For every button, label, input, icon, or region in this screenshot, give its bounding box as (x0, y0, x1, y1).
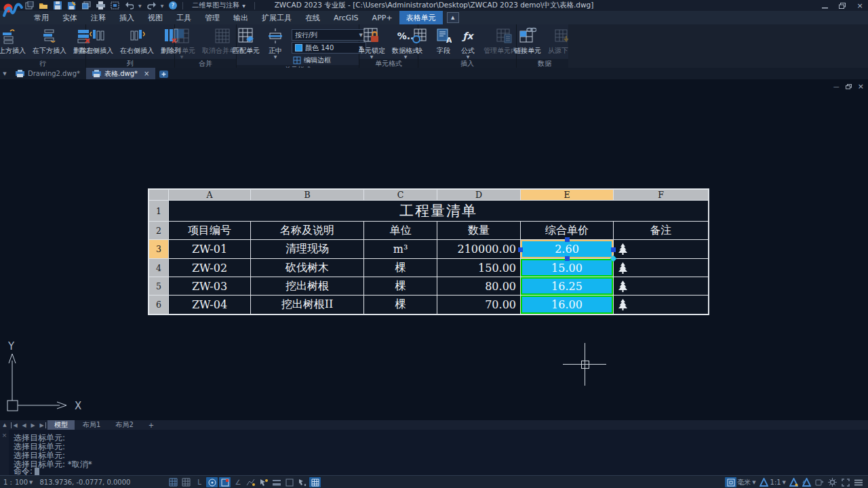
cell-unit[interactable]: 棵 (364, 296, 437, 314)
quick-properties-icon[interactable] (283, 477, 295, 487)
workspace-switch-icon[interactable] (814, 477, 825, 487)
cell-price-selected[interactable]: 16.25 (521, 277, 613, 295)
viewport-scale[interactable]: 100 (15, 479, 28, 486)
restore-button[interactable] (838, 1, 846, 9)
command-window[interactable] (0, 430, 868, 475)
tab-zaixian[interactable]: 在线 (298, 11, 327, 24)
tab-zhushi[interactable]: 注释 (84, 11, 113, 24)
open-file-icon[interactable] (39, 1, 48, 10)
grip-bottom[interactable] (565, 256, 570, 261)
header-cell[interactable]: 名称及说明 (251, 222, 363, 239)
new-doc-tab-button[interactable] (158, 68, 169, 79)
unmerge-cells-button[interactable]: 取消合并单元 (199, 26, 246, 56)
help-icon[interactable]: ? (168, 1, 178, 10)
column-header-f[interactable]: F (614, 190, 708, 200)
close-button[interactable]: × (856, 1, 864, 9)
doc-tab-list-icon[interactable]: ▼ (0, 68, 9, 79)
cell-code[interactable]: ZW-03 (169, 277, 250, 295)
doc-restore-button[interactable] (846, 84, 852, 89)
scale-dropdown-icon[interactable]: ▼ (29, 480, 33, 485)
doc-close-button[interactable]: × (858, 82, 864, 91)
tab-changyong[interactable]: 常用 (27, 11, 56, 24)
redo-icon[interactable] (146, 1, 156, 10)
redo-dropdown-icon[interactable]: ▼ (161, 3, 164, 8)
table-toolbar-icon[interactable] (309, 477, 321, 487)
cell-qty[interactable]: 210000.00 (437, 240, 520, 258)
save-icon[interactable] (53, 1, 62, 10)
unit-label[interactable]: 毫米 (737, 478, 751, 487)
ortho-mode-icon[interactable]: L (193, 477, 205, 487)
save-as-icon[interactable] (67, 1, 77, 10)
cell-unit[interactable]: 棵 (364, 259, 437, 277)
row-header-2[interactable]: 2 (149, 222, 168, 239)
cell-code[interactable]: ZW-01 (169, 240, 250, 258)
cell-code[interactable]: ZW-02 (169, 259, 250, 277)
drawing-units-icon[interactable] (725, 477, 736, 487)
next-layout-icon[interactable]: ▶ (29, 422, 37, 428)
align-middle-center-button[interactable]: 正中 ▼ (263, 26, 288, 59)
insert-column-right-button[interactable]: 在右侧插入 (117, 26, 157, 56)
new-file-icon[interactable] (24, 1, 34, 10)
insert-row-above-button[interactable]: 在上方插入 (0, 26, 29, 56)
header-cell[interactable]: 数量 (437, 222, 520, 239)
table-title-cell[interactable]: 工程量清单 (169, 201, 708, 221)
tab-table-cell[interactable]: 表格单元 (399, 11, 443, 24)
cell-price-selected[interactable]: 16.00 (521, 296, 613, 314)
workspace-selector[interactable]: 二维草图与注释 ▼ (188, 1, 250, 10)
insert-column-left-button[interactable]: 在左侧插入 (76, 26, 117, 56)
object-snap-icon[interactable] (219, 477, 231, 487)
add-layout-button[interactable]: + (142, 420, 161, 430)
tab-layout1[interactable]: 布局1 (76, 420, 107, 430)
row-header-5[interactable]: 5 (149, 277, 168, 295)
cell-qty[interactable]: 150.00 (437, 259, 520, 277)
grid-display-icon[interactable] (180, 477, 192, 487)
tab-shiti[interactable]: 实体 (56, 11, 84, 24)
minimize-button[interactable] (821, 1, 829, 9)
header-cell[interactable]: 备注 (614, 222, 708, 239)
annotation-scale-dropdown-icon[interactable]: ▼ (783, 480, 786, 485)
snap-mode-icon[interactable] (167, 477, 179, 487)
column-header-d[interactable]: D (437, 190, 520, 200)
insert-block-button[interactable]: 块 (407, 26, 431, 56)
unit-dropdown-icon[interactable]: ▼ (752, 480, 755, 485)
cell-price-selected[interactable]: 15.00 (521, 259, 613, 277)
grip-top[interactable] (565, 237, 570, 242)
row-header-3-selected[interactable]: 3 (149, 240, 168, 258)
row-header-1[interactable]: 1 (149, 201, 168, 221)
print-icon[interactable] (96, 1, 105, 10)
doc-tab-drawing2[interactable]: Drawing2.dwg* (9, 68, 86, 79)
tab-gongju[interactable]: 工具 (170, 11, 198, 24)
column-header-a[interactable]: A (169, 190, 250, 200)
command-close-icon[interactable]: × (2, 432, 7, 477)
annotation-scale-icon[interactable] (758, 477, 770, 487)
doc-minimize-button[interactable]: — (833, 83, 840, 90)
header-cell[interactable]: 单位 (364, 222, 437, 239)
last-layout-icon[interactable]: ▶ (38, 422, 46, 428)
tab-layout2[interactable]: 布局2 (108, 420, 140, 430)
column-header-e-selected[interactable]: E (521, 190, 613, 200)
cell-note[interactable] (614, 240, 708, 258)
ribbon-collapse-button[interactable]: ▲ (447, 12, 459, 23)
doc-tab-biaoge[interactable]: 表格.dwg* × (86, 68, 155, 79)
cell-code[interactable]: ZW-04 (169, 296, 250, 314)
tab-app-plus[interactable]: APP+ (366, 11, 399, 24)
annotation-visibility-icon[interactable] (788, 477, 800, 487)
status-menu-icon[interactable] (852, 477, 864, 487)
cell-unit[interactable]: m³ (364, 240, 437, 258)
fullscreen-icon[interactable] (840, 477, 851, 487)
doc-tab-close-icon[interactable]: × (144, 70, 149, 77)
grip-left[interactable] (518, 247, 523, 252)
undo-icon[interactable] (124, 1, 134, 10)
cell-name[interactable]: 挖出树根 (251, 277, 363, 295)
settings-gear-icon[interactable] (827, 477, 838, 487)
insert-formula-button[interactable]: ƒx 公式 ▼ (456, 26, 480, 59)
table-corner-cell[interactable] (149, 190, 168, 200)
tab-shuchu[interactable]: 输出 (226, 11, 255, 24)
grip-right[interactable] (611, 247, 616, 252)
row-header-4[interactable]: 4 (149, 259, 168, 277)
cell-unit[interactable]: 棵 (364, 277, 437, 295)
column-header-c[interactable]: C (364, 190, 437, 200)
command-expand-icon[interactable]: ▲ (0, 422, 9, 428)
row-header-6[interactable]: 6 (149, 296, 168, 314)
cell-qty[interactable]: 80.00 (437, 277, 520, 295)
